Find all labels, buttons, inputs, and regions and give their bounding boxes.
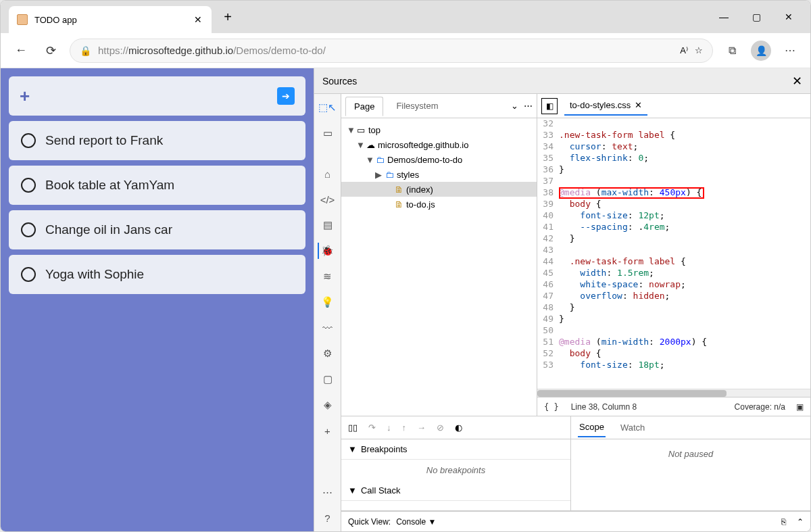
content-area: + ➔ Send report to FrankBook table at Ya…: [1, 68, 810, 531]
step-over-icon[interactable]: ↷: [368, 422, 376, 433]
quick-view-select[interactable]: Console ▼: [396, 517, 436, 527]
editor-tab[interactable]: to-do-styles.css✕: [564, 96, 647, 116]
nav-chevron-icon[interactable]: ⌄: [511, 101, 518, 111]
maximize-icon[interactable]: ▢: [749, 11, 763, 22]
task-row: Change oil in Jans car: [9, 210, 305, 249]
todo-app: + ➔ Send report to FrankBook table at Ya…: [1, 68, 314, 531]
help-icon[interactable]: ?: [320, 510, 336, 526]
profile-avatar[interactable]: [751, 41, 771, 61]
welcome-icon[interactable]: ⌂: [320, 166, 336, 182]
nav-more-icon[interactable]: ⋯: [524, 101, 533, 111]
tree-file-todojs[interactable]: 🗎to-do.js: [341, 197, 537, 212]
devtools-rail: ⬚↖ ▭ ⌂ </> ▤ 🐞 ≋ 💡 〰 ⚙ ▢ ◈ + ⋯ ?: [314, 94, 341, 531]
inspect-icon[interactable]: ⬚↖: [320, 99, 336, 116]
application-icon[interactable]: ⚙: [320, 345, 336, 362]
read-aloud-icon[interactable]: A⁾: [680, 45, 688, 55]
browser-tab[interactable]: TODO app ✕: [9, 6, 212, 33]
step-into-icon[interactable]: ↓: [387, 422, 391, 433]
task-checkbox[interactable]: [21, 178, 36, 193]
devtools-header: Sources ✕: [314, 68, 810, 94]
new-task-form: + ➔: [9, 76, 305, 116]
tree-file-index[interactable]: 🗎(index): [341, 182, 537, 197]
task-row: Yoga with Sophie: [9, 255, 305, 294]
sources-icon[interactable]: 🐞: [318, 243, 334, 259]
task-row: Book table at YamYam: [9, 166, 305, 205]
tree-top[interactable]: ▼▭top: [341, 122, 537, 137]
cursor-position: Line 38, Column 8: [571, 402, 637, 412]
drawer-toggle-icon[interactable]: ⌃: [797, 517, 804, 527]
step-out-icon[interactable]: ↑: [402, 422, 407, 433]
add-task-icon[interactable]: +: [20, 86, 30, 107]
quick-view-label: Quick View:: [348, 517, 391, 527]
task-checkbox[interactable]: [21, 222, 36, 237]
coverage-reload-icon[interactable]: ▣: [796, 402, 804, 412]
submit-task-button[interactable]: ➔: [277, 87, 295, 105]
pretty-print-icon[interactable]: { }: [544, 402, 559, 412]
tab-title: TODO app: [34, 15, 186, 25]
task-checkbox[interactable]: [21, 267, 36, 282]
todo-favicon-icon: [17, 14, 28, 25]
close-tab-icon[interactable]: ✕: [193, 14, 203, 25]
task-label: Change oil in Jans car: [45, 222, 172, 237]
close-devtools-icon[interactable]: ✕: [792, 74, 802, 89]
coverage-status: Coverage: n/a: [735, 402, 785, 412]
task-checkbox[interactable]: [21, 133, 36, 148]
elements-icon[interactable]: </>: [320, 191, 336, 208]
browser-toolbar: ← ⟳ 🔒 https://microsoftedge.github.io/De…: [1, 33, 810, 68]
tree-domain[interactable]: ▼☁microsoftedge.github.io: [341, 137, 537, 152]
lock-icon: 🔒: [80, 45, 91, 56]
deactivate-breakpoints-icon[interactable]: ⊘: [437, 422, 444, 433]
minimize-icon[interactable]: —: [717, 11, 731, 22]
devtools: Sources ✕ ⬚↖ ▭ ⌂ </> ▤ 🐞 ≋ 💡 〰 ⚙ ▢: [314, 68, 810, 531]
breakpoints-empty-msg: No breakpoints: [341, 460, 570, 481]
favorite-icon[interactable]: ☆: [695, 45, 703, 55]
refresh-button[interactable]: ⟳: [40, 40, 62, 62]
device-emulation-icon[interactable]: ▭: [320, 125, 336, 141]
memory-icon[interactable]: 〰: [320, 320, 336, 336]
editor-statusbar: { } Line 38, Column 8 Coverage: n/a▣: [537, 397, 810, 416]
tab-page[interactable]: Page: [345, 97, 383, 116]
new-tab-button[interactable]: +: [217, 6, 239, 28]
url-text: https://microsoftedge.github.io/Demos/de…: [98, 45, 673, 56]
issues-icon[interactable]: ⎘: [781, 517, 786, 527]
settings-icon[interactable]: ⋯: [320, 484, 336, 500]
tab-filesystem[interactable]: Filesystem: [387, 96, 447, 116]
more-tools-icon[interactable]: +: [320, 422, 336, 439]
tab-scope[interactable]: Scope: [578, 418, 606, 437]
devtools-drawer: Quick View: Console ▼ ⎘ ⌃: [341, 511, 810, 531]
close-window-icon[interactable]: ✕: [782, 11, 795, 22]
pause-exceptions-icon[interactable]: ◐: [455, 422, 462, 433]
performance-icon[interactable]: 💡: [320, 294, 336, 310]
task-label: Send report to Frank: [45, 133, 163, 148]
pause-icon[interactable]: ▯▯: [348, 422, 358, 433]
console-icon[interactable]: ▤: [320, 217, 336, 233]
task-label: Yoga with Sophie: [45, 267, 144, 282]
task-label: Book table at YamYam: [45, 178, 174, 193]
breakpoints-header[interactable]: ▼Breakpoints: [341, 439, 570, 460]
file-tree: ▼▭top ▼☁microsoftedge.github.io ▼🗀Demos/…: [341, 118, 537, 416]
collections-icon[interactable]: ⧉: [721, 40, 743, 62]
dock-side-icon[interactable]: ◧: [541, 98, 558, 114]
security-icon[interactable]: ▢: [320, 371, 336, 387]
address-bar[interactable]: 🔒 https://microsoftedge.github.io/Demos/…: [70, 39, 713, 63]
tab-watch[interactable]: Watch: [619, 418, 646, 437]
window-controls: — ▢ ✕: [702, 11, 810, 22]
tree-folder-styles[interactable]: ▶🗀styles: [341, 167, 537, 182]
tree-folder-demos[interactable]: ▼🗀Demos/demo-to-do: [341, 152, 537, 167]
sources-navigator: Page Filesystem ⌄ ⋯ ▼▭top ▼☁microsoftedg…: [341, 94, 537, 416]
devtools-panel-title: Sources: [322, 76, 357, 87]
code-editor[interactable]: 3233.new-task-form label {34 cursor: tex…: [537, 118, 810, 389]
task-row: Send report to Frank: [9, 121, 305, 160]
editor-hscrollbar[interactable]: [537, 389, 810, 397]
network-icon[interactable]: ≋: [320, 268, 336, 285]
menu-icon[interactable]: ⋯: [779, 40, 801, 62]
debugger-panel: ▯▯ ↷ ↓ ↑ → ⊘ ◐ ▼Breakpoints No breakpoin…: [341, 416, 571, 510]
titlebar: TODO app ✕ + — ▢ ✕: [1, 1, 810, 33]
debugger-toolbar: ▯▯ ↷ ↓ ↑ → ⊘ ◐: [341, 416, 570, 439]
callstack-header[interactable]: ▼Call Stack: [341, 481, 570, 501]
step-icon[interactable]: →: [417, 422, 426, 433]
lighthouse-icon[interactable]: ◈: [320, 397, 336, 413]
back-button[interactable]: ←: [10, 40, 32, 62]
close-editor-tab-icon[interactable]: ✕: [635, 100, 642, 110]
scope-not-paused-msg: Not paused: [571, 439, 810, 510]
